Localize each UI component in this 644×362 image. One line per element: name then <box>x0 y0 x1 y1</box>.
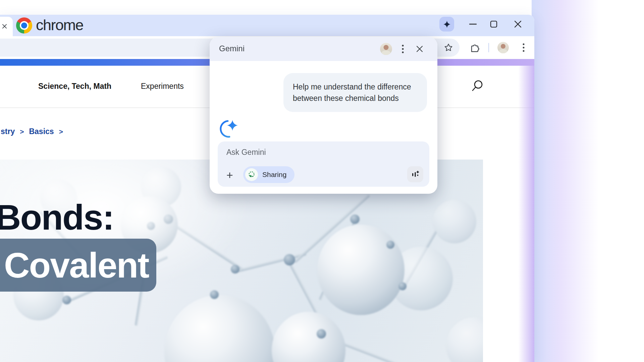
breadcrumb-link-chemistry[interactable]: stry <box>1 127 15 136</box>
breadcrumb-separator: > <box>59 128 63 136</box>
window-maximize-button[interactable] <box>486 16 502 32</box>
extensions-button[interactable] <box>470 42 480 53</box>
gemini-panel: Gemini Help me understand the difference… <box>210 37 437 194</box>
spinner-arc <box>221 121 229 137</box>
close-icon <box>416 46 423 52</box>
three-dot-menu-icon <box>402 45 404 53</box>
gemini-sparkle-icon <box>227 120 238 131</box>
site-search-button[interactable] <box>468 78 486 95</box>
user-message-bubble: Help me understand the difference betwee… <box>283 73 427 112</box>
window-minimize-button[interactable] <box>465 16 481 32</box>
sharing-icon <box>245 168 258 181</box>
gemini-sparkle-button[interactable] <box>439 17 454 32</box>
breadcrumb-separator: > <box>20 128 24 136</box>
voice-input-button[interactable] <box>407 166 423 182</box>
nav-item-science-tech-math[interactable]: Science, Tech, Math <box>38 82 111 91</box>
gemini-profile-avatar[interactable] <box>380 43 392 55</box>
sharing-chip[interactable]: Sharing <box>243 166 294 183</box>
tab-strip: chrome <box>0 15 534 36</box>
close-icon <box>514 20 522 28</box>
active-tab-partial[interactable] <box>0 17 13 36</box>
bookmark-star-button[interactable] <box>443 43 453 53</box>
search-icon <box>470 79 484 94</box>
gemini-sparkle-icon <box>443 21 450 28</box>
gemini-panel-title: Gemini <box>219 44 245 53</box>
minimize-icon <box>469 20 477 28</box>
chrome-logo-icon <box>16 17 32 34</box>
bookmark-star-icon <box>444 43 453 52</box>
tab-close-icon[interactable] <box>2 24 7 29</box>
extensions-puzzle-icon <box>470 43 479 53</box>
screenshot-stage: chrome <box>0 0 644 362</box>
background-glow <box>532 0 615 362</box>
sharing-chip-label: Sharing <box>262 171 286 179</box>
breadcrumb: stry > Basics > <box>1 127 63 136</box>
hero-badge-label: Covalent <box>4 245 149 286</box>
profile-avatar[interactable] <box>497 42 509 53</box>
chrome-brand: chrome <box>16 15 83 36</box>
breadcrumb-link-basics[interactable]: Basics <box>29 127 54 136</box>
hero-heading: Bonds: <box>0 197 114 238</box>
chrome-wordmark: chrome <box>36 16 83 34</box>
page-right-glow <box>518 66 534 362</box>
maximize-icon <box>490 20 497 28</box>
window-close-button[interactable] <box>510 16 526 32</box>
three-dot-menu-icon <box>523 43 525 52</box>
nav-item-experiments[interactable]: Experiments <box>141 82 184 91</box>
gemini-panel-header: Gemini <box>210 37 437 61</box>
gemini-thinking-indicator <box>218 118 243 141</box>
add-attachment-button[interactable]: + <box>224 168 235 182</box>
gemini-menu-button[interactable] <box>397 43 409 55</box>
gemini-input-placeholder: Ask Gemini <box>226 148 266 157</box>
browser-menu-button[interactable] <box>519 42 529 53</box>
hero-badge: Covalent <box>0 239 156 292</box>
gemini-close-button[interactable] <box>414 43 426 55</box>
waveform-sparkle-icon <box>411 170 420 179</box>
gemini-input-box[interactable]: Ask Gemini + Sharing <box>218 141 429 187</box>
toolbar-separator <box>488 43 489 52</box>
